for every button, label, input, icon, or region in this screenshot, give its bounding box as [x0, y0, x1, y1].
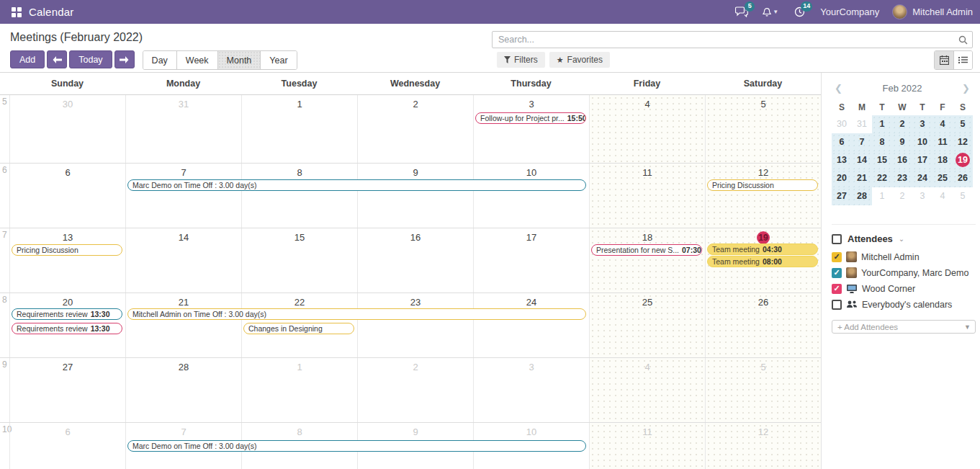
attendees-header[interactable]: Attendees ⌄ — [832, 233, 976, 244]
view-button-year[interactable]: Year — [260, 51, 296, 69]
day-number[interactable]: 20 — [62, 297, 74, 308]
day-cell-11[interactable]: 11 — [589, 164, 705, 228]
day-number[interactable]: 6 — [62, 167, 74, 178]
mini-next-icon[interactable]: ❯ — [959, 83, 973, 94]
day-number[interactable]: 31 — [178, 99, 190, 110]
mini-day-16[interactable]: 16 — [892, 151, 912, 169]
mini-day-30[interactable]: 30 — [832, 115, 852, 133]
attendee-item[interactable]: Everybody's calendars — [832, 299, 976, 310]
calendar-event[interactable]: Pricing Discussion — [12, 244, 122, 256]
day-number[interactable]: 18 — [642, 232, 654, 243]
day-cell-11[interactable]: 11 — [589, 423, 705, 469]
mini-day-3[interactable]: 3 — [912, 115, 932, 133]
attendee-checkbox[interactable]: ✓ — [832, 268, 842, 278]
day-cell-6[interactable]: 6 — [9, 423, 125, 469]
day-number[interactable]: 24 — [526, 297, 538, 308]
day-number[interactable]: 7 — [178, 426, 190, 437]
day-number[interactable]: 1 — [294, 99, 306, 110]
day-number[interactable]: 4 — [642, 362, 654, 372]
mini-day-4[interactable]: 4 — [932, 187, 953, 205]
attendee-checkbox[interactable]: ✓ — [832, 284, 842, 294]
chevron-down-icon[interactable]: ⌄ — [899, 235, 904, 243]
mini-day-20[interactable]: 20 — [832, 169, 852, 187]
day-number[interactable]: 5 — [758, 99, 770, 110]
list-view-button[interactable] — [953, 51, 972, 69]
mini-day-8[interactable]: 8 — [872, 133, 892, 151]
attendee-checkbox[interactable] — [832, 300, 842, 310]
mini-day-7[interactable]: 7 — [852, 133, 872, 151]
apps-menu-icon[interactable] — [12, 7, 22, 17]
calendar-event[interactable]: Follow-up for Project pr...15:50 — [475, 112, 586, 124]
mini-day-31[interactable]: 31 — [852, 115, 872, 133]
next-button[interactable] — [114, 50, 135, 68]
calendar-event[interactable]: Changes in Designing — [243, 323, 354, 334]
day-cell-3[interactable]: 3 — [473, 95, 589, 163]
mini-day-5[interactable]: 5 — [953, 115, 973, 133]
calendar-event[interactable]: Marc Demo on Time Off : 3.00 day(s) — [127, 179, 586, 191]
add-attendees-select[interactable]: + Add Attendees ▼ — [832, 320, 976, 334]
company-menu[interactable]: YourCompany — [820, 6, 879, 17]
day-number[interactable]: 5 — [758, 362, 770, 372]
calendar-event[interactable]: Mitchell Admin on Time Off : 3.00 day(s) — [127, 308, 586, 320]
day-number[interactable]: 11 — [642, 167, 654, 178]
attendee-checkbox[interactable]: ✓ — [832, 252, 842, 262]
activities-icon[interactable]: 14 — [791, 5, 807, 19]
day-cell-10[interactable]: 10 — [473, 164, 589, 228]
today-button[interactable]: Today — [69, 50, 112, 68]
day-cell-9[interactable]: 9 — [357, 164, 473, 228]
mini-day-27[interactable]: 27 — [832, 187, 852, 205]
day-number[interactable]: 26 — [758, 297, 770, 308]
day-number[interactable]: 2 — [410, 99, 422, 110]
mini-day-23[interactable]: 23 — [892, 169, 912, 187]
day-number[interactable]: 10 — [526, 426, 538, 437]
day-cell-8[interactable]: 8 — [241, 164, 357, 228]
day-cell-16[interactable]: 16 — [357, 228, 473, 292]
day-number[interactable]: 12 — [758, 426, 770, 437]
search-input[interactable] — [493, 35, 953, 45]
add-button[interactable]: Add — [10, 50, 45, 68]
day-cell-5[interactable]: 5 — [705, 358, 821, 422]
day-cell-24[interactable]: 24 — [473, 293, 589, 357]
mini-day-1[interactable]: 1 — [872, 187, 892, 205]
day-cell-28[interactable]: 28 — [125, 358, 241, 422]
day-number[interactable]: 13 — [62, 232, 74, 243]
mini-day-22[interactable]: 22 — [872, 169, 892, 187]
mini-day-6[interactable]: 6 — [832, 133, 852, 151]
day-cell-31[interactable]: 31 — [125, 95, 241, 163]
day-number[interactable]: 6 — [62, 426, 74, 437]
day-cell-6[interactable]: 6 — [9, 164, 125, 228]
favorites-button[interactable]: ★ Favorites — [549, 52, 610, 68]
mini-day-17[interactable]: 17 — [912, 151, 932, 169]
mini-day-10[interactable]: 10 — [912, 133, 932, 151]
mini-prev-icon[interactable]: ❮ — [832, 83, 845, 94]
day-cell-4[interactable]: 4 — [589, 358, 705, 422]
day-number[interactable]: 10 — [526, 167, 538, 178]
mini-day-9[interactable]: 9 — [892, 133, 912, 151]
mini-day-15[interactable]: 15 — [872, 151, 892, 169]
day-cell-3[interactable]: 3 — [473, 358, 589, 422]
day-number[interactable]: 15 — [294, 232, 306, 243]
calendar-event[interactable]: Presentation for new S...07:30 — [591, 244, 702, 256]
attendees-all-checkbox[interactable] — [832, 234, 842, 244]
day-cell-17[interactable]: 17 — [473, 228, 589, 292]
view-button-week[interactable]: Week — [176, 51, 217, 69]
day-number[interactable]: 1 — [294, 362, 306, 372]
day-number[interactable]: 23 — [410, 297, 422, 308]
mini-day-5[interactable]: 5 — [953, 187, 973, 205]
day-number[interactable]: 2 — [410, 362, 422, 372]
day-cell-30[interactable]: 30 — [9, 95, 125, 163]
day-cell-1[interactable]: 1 — [241, 358, 357, 422]
user-menu[interactable]: Mitchell Admin — [892, 4, 973, 19]
mini-day-2[interactable]: 2 — [892, 115, 912, 133]
prev-button[interactable] — [47, 50, 67, 68]
attendee-item[interactable]: ✓Mitchell Admin — [832, 251, 976, 262]
day-cell-23[interactable]: 23 — [357, 293, 473, 357]
mini-day-4[interactable]: 4 — [932, 115, 953, 133]
filters-button[interactable]: Filters — [497, 52, 545, 68]
attendee-item[interactable]: ✓YourCompany, Marc Demo — [832, 267, 976, 278]
day-number[interactable]: 9 — [410, 167, 422, 178]
day-number[interactable]: 19 — [757, 231, 770, 244]
attendee-item[interactable]: ✓Wood Corner — [832, 283, 976, 294]
day-cell-15[interactable]: 15 — [241, 228, 357, 292]
day-number[interactable]: 3 — [526, 362, 538, 372]
